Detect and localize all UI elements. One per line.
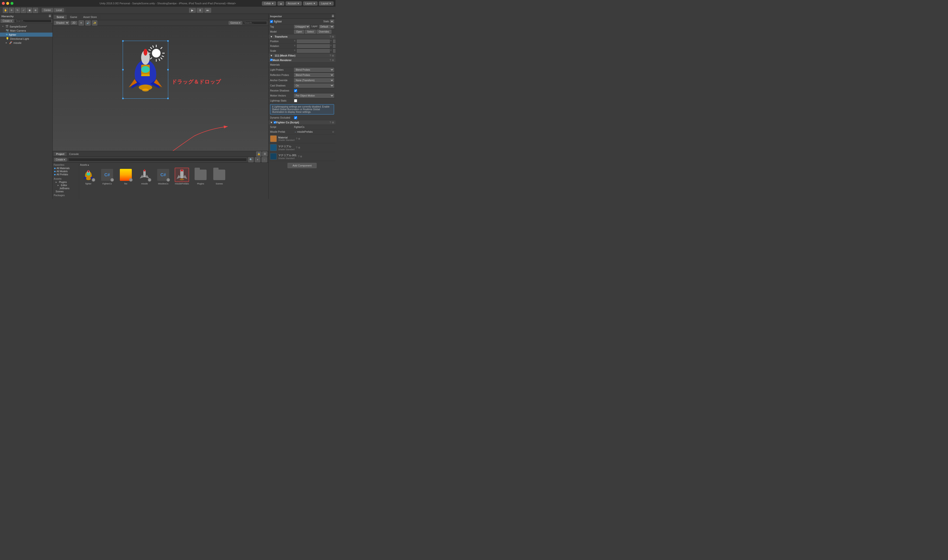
create-asset-btn[interactable]: Create ▾ xyxy=(54,158,66,162)
missile-prefab-dot-icon[interactable]: ⊙ xyxy=(332,131,334,133)
collab-button[interactable]: Collab ▼ xyxy=(262,2,276,6)
model-open-btn[interactable]: Open xyxy=(294,30,304,34)
shading-dropdown[interactable]: Shaded xyxy=(54,21,69,25)
maximize-btn[interactable] xyxy=(11,2,14,5)
asset-missile[interactable]: ↓ missile xyxy=(136,168,153,185)
meshrenderer-help-icon[interactable]: ? xyxy=(330,59,331,62)
layers-button[interactable]: Layers ▼ xyxy=(303,2,318,6)
rotation-x[interactable]: 0 xyxy=(297,44,330,48)
2d-button[interactable]: 2D xyxy=(71,21,77,25)
hier-item-missile[interactable]: ▶ 🚀 missile xyxy=(0,41,52,45)
tree-editor[interactable]: ▶ Editor xyxy=(54,184,78,187)
asset-search[interactable] xyxy=(68,158,247,162)
tree-scenes[interactable]: Scenes xyxy=(54,190,78,193)
asset-scenes[interactable]: Scenes xyxy=(211,168,228,185)
scene-search[interactable] xyxy=(243,21,267,25)
hier-item-samplescene[interactable]: ▼ 🎬 SampleScene* xyxy=(0,25,52,29)
mat-gear-icon[interactable]: ⚙ xyxy=(298,137,300,140)
mat-gear-icon[interactable]: ⚙ xyxy=(298,146,300,149)
overrides-btn[interactable]: Overrides xyxy=(316,30,331,34)
account-button[interactable]: Account ▼ xyxy=(286,2,302,6)
effects-icon[interactable]: ✨ xyxy=(92,20,97,26)
close-btn[interactable] xyxy=(2,2,5,5)
play-button[interactable]: ▶ xyxy=(189,8,196,13)
meshfilter-gear-icon[interactable]: ⚙ xyxy=(332,54,334,57)
hierarchy-menu-icon[interactable]: ☰ xyxy=(49,15,51,18)
lightmap-static-checkbox[interactable] xyxy=(294,99,297,102)
console-tab[interactable]: Console xyxy=(66,152,81,156)
meshrenderer-checkbox[interactable] xyxy=(270,59,273,61)
scale-x[interactable]: 15 xyxy=(297,49,330,53)
pause-button[interactable]: ⏸ xyxy=(197,8,203,13)
step-button[interactable]: ⏭ xyxy=(204,8,211,13)
asset-fighter[interactable]: ↓ fighter xyxy=(80,168,97,185)
center-button[interactable]: Center xyxy=(42,8,53,12)
fav-all-prefabs[interactable]: All Prefabs xyxy=(54,173,78,176)
tree-plugins[interactable]: ▶ Plugins xyxy=(54,181,78,184)
tree-jetbrains[interactable]: JetBrains xyxy=(54,187,78,190)
transform-header[interactable]: ▼ Transform ? ⚙ xyxy=(269,34,336,39)
fav-all-materials[interactable]: All Materials xyxy=(54,167,78,170)
model-select-btn[interactable]: Select xyxy=(305,30,316,34)
asset-plugins[interactable]: Plugins xyxy=(192,168,209,185)
hierarchy-tab[interactable]: Hierarchy xyxy=(2,15,14,18)
static-dropdown[interactable]: ▾ xyxy=(330,20,334,23)
lock-icon[interactable]: 🔒 xyxy=(256,151,261,157)
transform-help-icon[interactable]: ? xyxy=(330,35,331,38)
search-icon[interactable]: 🔍 xyxy=(248,157,254,162)
light-probes-select[interactable]: Blend Probes xyxy=(294,68,334,72)
rotate-tool[interactable]: ↻ xyxy=(15,8,20,13)
zoom-in-icon[interactable]: + xyxy=(255,157,260,162)
menu-icon[interactable]: ☰ xyxy=(262,151,267,157)
multi-tool[interactable]: ⊕ xyxy=(33,8,38,13)
hier-item-fighter[interactable]: ✈ fighter xyxy=(0,32,52,37)
fighterscript-checkbox[interactable] xyxy=(274,121,276,124)
game-tab[interactable]: Game xyxy=(67,15,80,19)
hand-tool[interactable]: ✋ xyxy=(3,8,8,13)
hier-item-directionallight[interactable]: 💡 Directional Light xyxy=(0,37,52,41)
meshfilter-header[interactable]: ▼ 111 (Mesh Filter) ? ⚙ xyxy=(269,54,336,58)
zoom-out-icon[interactable]: - xyxy=(262,157,267,162)
meshrenderer-header[interactable]: Mesh Renderer ? ⚙ xyxy=(269,58,336,63)
meshfilter-help-icon[interactable]: ? xyxy=(330,54,331,57)
fav-all-models[interactable]: All Models xyxy=(54,170,78,173)
audio-icon[interactable]: 🔊 xyxy=(85,20,91,26)
asset-store-tab[interactable]: Asset Store xyxy=(80,15,100,19)
receive-shadows-checkbox[interactable] xyxy=(294,89,297,92)
position-y[interactable]: -2 xyxy=(333,40,336,43)
mat-help-icon[interactable]: ? xyxy=(298,155,299,158)
inspector-tab-label[interactable]: Inspector xyxy=(270,15,282,18)
fighterscript-help-icon[interactable]: ? xyxy=(330,121,331,124)
scene-viewport[interactable]: ドラッグ＆ドロップ xyxy=(53,26,268,151)
rect-tool[interactable]: ▣ xyxy=(27,8,32,13)
fighterscript-gear-icon[interactable]: ⚙ xyxy=(332,121,334,124)
meshrenderer-gear-icon[interactable]: ⚙ xyxy=(332,59,334,62)
add-component-button[interactable]: Add Component xyxy=(288,163,317,168)
inspector-menu-icon[interactable]: ☰ xyxy=(331,15,334,18)
layer-dropdown[interactable]: Default xyxy=(319,25,334,29)
anchor-override-select[interactable]: None (Transform) xyxy=(294,78,334,82)
lights-icon[interactable]: ☀ xyxy=(79,20,84,26)
cast-shadows-select[interactable]: On xyxy=(294,84,334,88)
hierarchy-create-btn[interactable]: Create ▾ xyxy=(1,19,14,23)
hier-item-maincamera[interactable]: 📷 Main Camera xyxy=(0,29,52,32)
fighterscript-header[interactable]: ▼ Fighter Cs (Script) ? ⚙ xyxy=(269,120,336,125)
mat-gear-icon[interactable]: ⚙ xyxy=(300,155,302,158)
hierarchy-search[interactable] xyxy=(14,19,51,23)
object-active-checkbox[interactable] xyxy=(270,20,273,23)
mat-help-icon[interactable]: ? xyxy=(296,137,298,140)
asset-fire[interactable]: ↓ fire xyxy=(117,168,134,185)
asset-missileprefabs[interactable]: missilePrefabs xyxy=(174,168,190,185)
scale-tool[interactable]: ⤢ xyxy=(21,8,26,13)
transform-gear-icon[interactable]: ⚙ xyxy=(332,35,334,38)
reflection-probes-select[interactable]: Blend Probes xyxy=(294,73,334,77)
cloud-button[interactable]: ☁ xyxy=(277,2,284,6)
position-x[interactable]: 0 xyxy=(297,40,330,43)
scene-tab[interactable]: Scene xyxy=(54,15,67,19)
tag-dropdown[interactable]: Untagged xyxy=(294,25,310,29)
layout-button[interactable]: Layout ▼ xyxy=(319,2,334,6)
move-tool[interactable]: ✛ xyxy=(9,8,14,13)
dynamic-occluded-checkbox[interactable] xyxy=(294,116,297,119)
minimize-btn[interactable] xyxy=(6,2,9,5)
local-button[interactable]: Local xyxy=(54,8,64,12)
